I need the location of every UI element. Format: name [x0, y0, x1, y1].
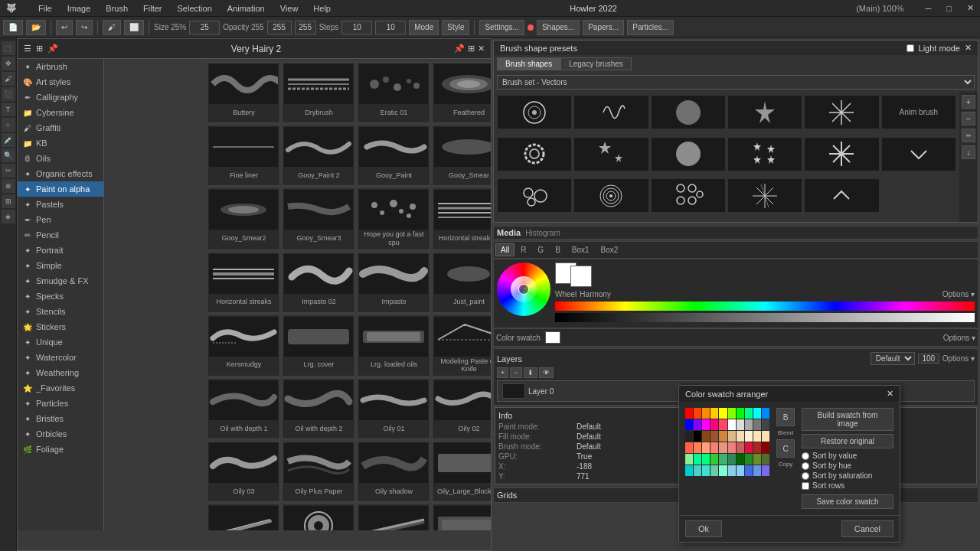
color-swatch-options[interactable]: Options ▾	[943, 334, 975, 342]
tool-extra1[interactable]: ⊕	[2, 179, 15, 193]
palette-color-cell[interactable]	[728, 431, 736, 442]
cat-stickers[interactable]: 🌟Stickers	[18, 319, 103, 334]
palette-color-cell[interactable]	[710, 442, 718, 453]
palette-color-cell[interactable]	[745, 465, 753, 476]
brush-oily-large-blockout[interactable]: Oily_Large_Blockout	[432, 441, 491, 502]
menu-selection[interactable]: Selection	[175, 2, 215, 15]
tab-brush-shapes[interactable]: Brush shapes	[497, 57, 560, 70]
shape-rings[interactable]	[573, 178, 648, 213]
shape-tool-add[interactable]: +	[962, 95, 975, 109]
shape-anim-brush[interactable]: Anim brush	[881, 95, 956, 129]
papers-btn[interactable]: Papers...	[583, 20, 624, 35]
brush-oily-plus-paper[interactable]: Oily Plus Paper	[282, 441, 355, 502]
tool-select[interactable]: ⬚	[2, 41, 15, 55]
save-swatch-btn[interactable]: Save color swatch	[802, 494, 893, 509]
opacity-input[interactable]	[267, 21, 292, 34]
cat-stencils[interactable]: ✦Stencils	[18, 304, 103, 319]
cat-specks[interactable]: ✦Specks	[18, 289, 103, 304]
brush-oily02[interactable]: Oily 02	[432, 378, 491, 439]
sort-hue-radio[interactable]	[802, 462, 809, 470]
palette-color-cell[interactable]	[762, 431, 769, 442]
palette-color-cell[interactable]	[702, 431, 710, 442]
palette-color-cell[interactable]	[728, 408, 736, 419]
brush-feathered[interactable]: Feathered	[432, 62, 491, 123]
brush-view-icon[interactable]: ⊞	[36, 44, 43, 54]
brush-menu-icon[interactable]: ☰	[24, 44, 31, 54]
palette-color-cell[interactable]	[685, 431, 693, 442]
shape-bubbles[interactable]	[497, 178, 572, 213]
window-maximize[interactable]: □	[943, 2, 955, 15]
shape-circle-filled[interactable]	[651, 137, 726, 171]
cat-favorites[interactable]: ⭐_Favorites	[18, 380, 103, 396]
palette-color-cell[interactable]	[753, 454, 761, 465]
brush-rounded[interactable]: Rounded	[282, 504, 355, 530]
gpu-input[interactable]	[375, 21, 406, 34]
tool-extra3[interactable]: ◈	[2, 210, 15, 223]
palette-color-cell[interactable]	[728, 454, 736, 465]
palette-color-cell[interactable]	[745, 419, 753, 430]
restore-original-btn[interactable]: Restore original	[802, 434, 893, 448]
brush-oil-depth2[interactable]: Oil with depth 2	[282, 378, 355, 439]
expand-icon[interactable]: ⊞	[468, 44, 475, 54]
close-presets-icon[interactable]: ✕	[965, 43, 972, 53]
tool-open[interactable]: 📂	[26, 20, 46, 35]
tool-redo[interactable]: ↪	[76, 20, 93, 35]
blend-tool[interactable]: B	[776, 408, 795, 426]
palette-color-cell[interactable]	[737, 454, 744, 465]
layer-delete-btn[interactable]: −	[510, 367, 521, 378]
cat-unique[interactable]: ✦Unique	[18, 334, 103, 350]
palette-color-cell[interactable]	[737, 408, 744, 419]
palette-color-cell[interactable]	[719, 465, 727, 476]
palette-color-cell[interactable]	[694, 442, 701, 453]
layers-opacity-input[interactable]	[918, 354, 939, 364]
palette-color-cell[interactable]	[762, 454, 769, 465]
palette-color-cell[interactable]	[685, 408, 693, 419]
tool-new[interactable]: 📄	[3, 20, 23, 35]
palette-color-cell[interactable]	[702, 454, 710, 465]
shape-tool-edit[interactable]: ✏	[962, 129, 975, 142]
palette-color-cell[interactable]	[719, 419, 727, 430]
palette-color-cell[interactable]	[745, 442, 753, 453]
shape-star-cluster[interactable]	[727, 95, 802, 129]
color-lightness-bar[interactable]	[555, 313, 975, 322]
shape-multi-stars[interactable]	[727, 137, 802, 171]
palette-color-cell[interactable]	[710, 454, 718, 465]
brush-oily03[interactable]: Oily 03	[207, 441, 280, 502]
brush-lrg-cover[interactable]: Lrg. cover	[282, 315, 355, 377]
palette-color-cell[interactable]	[728, 442, 736, 453]
cat-pencil[interactable]: ✏Pencil	[18, 227, 103, 243]
palette-color-cell[interactable]	[719, 442, 727, 453]
brush-horiz-streaks[interactable]: Horizontal streaks	[207, 252, 280, 313]
mode-btn[interactable]: Mode	[409, 20, 439, 35]
copy-tool[interactable]: C	[776, 439, 795, 458]
brush-impasto[interactable]: Impasto	[357, 252, 430, 313]
sort-rows-checkbox[interactable]	[802, 482, 809, 490]
tab-legacy-brushes[interactable]: Legacy brushes	[560, 57, 632, 70]
cat-oils[interactable]: 🛢Oils	[18, 151, 103, 166]
tool-undo[interactable]: ↩	[56, 20, 73, 35]
palette-color-cell[interactable]	[694, 408, 701, 419]
shape-circle-dots[interactable]	[497, 95, 572, 129]
brush-oily01[interactable]: Oily 01	[357, 378, 430, 439]
cat-smudge[interactable]: ✦Smudge & FX	[18, 273, 103, 289]
brush-fine-liner[interactable]: Fine liner	[207, 125, 280, 186]
particles-btn[interactable]: Particles...	[627, 20, 674, 35]
tool-eraser[interactable]: ⬜	[124, 20, 144, 35]
shape-multi-circles[interactable]	[651, 178, 726, 213]
palette-color-cell[interactable]	[710, 431, 718, 442]
palette-color-cell[interactable]	[728, 419, 736, 430]
color-tab-box2[interactable]: Box2	[596, 243, 624, 256]
palette-color-cell[interactable]	[685, 419, 693, 430]
csd-close-icon[interactable]: ✕	[887, 389, 893, 399]
shape-scroll-down[interactable]	[881, 137, 956, 171]
brush-hope-cpu[interactable]: Hope you got a fast cpu	[357, 187, 430, 250]
shape-snowflake3[interactable]	[727, 178, 802, 213]
palette-color-cell[interactable]	[710, 419, 718, 430]
pin-icon[interactable]: 📌	[454, 44, 465, 54]
brush-gooy-smear2[interactable]: Gooy_Smear2	[207, 187, 280, 250]
secondary-color-swatch[interactable]	[570, 266, 592, 287]
cat-portrait[interactable]: ✦Portrait	[18, 243, 103, 258]
menu-file[interactable]: File	[35, 2, 55, 15]
cat-art-styles[interactable]: 🎨Art styles	[18, 74, 103, 90]
palette-color-cell[interactable]	[710, 408, 718, 419]
